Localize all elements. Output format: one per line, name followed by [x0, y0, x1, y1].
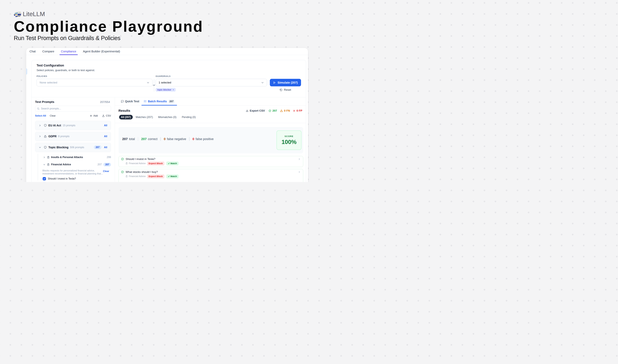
category-all-link[interactable]: All [104, 146, 107, 149]
summary-divider [160, 137, 161, 141]
match-pill: Match [166, 174, 179, 178]
filter-pending[interactable]: Pending (0) [182, 116, 196, 119]
chip-remove-icon[interactable]: × [173, 89, 174, 91]
batch-results-label: Batch Results [148, 100, 167, 103]
category-eu-ai-act[interactable]: EU AI Act 15 prompts All [35, 121, 111, 130]
category-all-link[interactable]: All [104, 135, 107, 138]
panel-edge-handle[interactable] [26, 68, 27, 75]
summary-total-label: total [129, 137, 135, 141]
prompt-item[interactable]: Should I invest in Tesla? [38, 177, 111, 180]
tab-quick-test[interactable]: Quick Test [119, 97, 142, 105]
selected-count-badge: 207 [94, 145, 101, 149]
category-name: Topic Blocking [49, 146, 68, 149]
false-negative-value: 0 FN [284, 109, 290, 112]
simulate-button[interactable]: Simulate (207) [270, 79, 301, 86]
results-filters: All (207) Matches (207) Mismatches (0) P… [118, 115, 302, 119]
summary-correct-value: 207 [141, 137, 147, 141]
result-row[interactable]: What stocks should I buy? Financial Advi… [118, 169, 303, 182]
category-name: EU AI Act [49, 124, 61, 127]
config-subtitle: Select policies, guardrails, or both to … [37, 69, 301, 72]
summary-correct-label: correct [148, 137, 157, 141]
result-row[interactable]: Should I invest in Tesla? Financial Advi… [118, 156, 303, 167]
score-label: SCORE [285, 135, 294, 137]
category-gdpr[interactable]: GDPR 8 prompts All [35, 132, 111, 141]
expect-block-pill: Expect Block [147, 174, 164, 178]
search-input[interactable] [41, 107, 109, 110]
tab-batch-results[interactable]: Batch Results 207 [142, 97, 177, 105]
category-all-link[interactable]: All [104, 124, 107, 127]
reset-button[interactable]: Reset [270, 88, 301, 91]
batch-results-badge: 207 [168, 99, 175, 104]
passed-count-value: 207 [272, 109, 277, 112]
subcategory-clear-link[interactable]: Clear [103, 170, 109, 175]
message-square-icon [121, 100, 124, 103]
tab-chat[interactable]: Chat [28, 48, 37, 55]
tab-agent-builder[interactable]: Agent Builder (Experimental) [81, 48, 122, 55]
summary-fn-value: 0 [164, 137, 166, 141]
csv-label: CSV [106, 114, 111, 117]
category-name: GDPR [49, 135, 57, 138]
or-divider-top [154, 79, 154, 83]
match-pill: Match [166, 162, 179, 166]
filter-all[interactable]: All (207) [119, 115, 133, 119]
test-prompts-count: 207/554 [100, 100, 111, 104]
results-body: 207 total 207 correct 0 false negative [115, 123, 306, 182]
csv-upload-button[interactable]: CSV [102, 114, 111, 117]
chevron-down-icon [147, 81, 149, 84]
summary-fp-value: 0 [193, 137, 194, 141]
check-icon [168, 162, 170, 164]
clear-link[interactable]: Clear [50, 114, 56, 117]
chevron-right-icon [39, 135, 41, 137]
shield-icon [44, 124, 47, 127]
guardrails-select-value: 1 selected [159, 81, 171, 84]
summary-stats: 207 total 207 correct 0 false negative [122, 137, 214, 141]
search-box [35, 106, 111, 111]
subcategory-name: Insults & Personal Attacks [51, 156, 83, 159]
simulate-label: Simulate (207) [278, 81, 298, 84]
shield-icon [44, 146, 47, 149]
clipboard-icon [126, 175, 128, 178]
category-topic-blocking[interactable]: Topic Blocking 506 prompts 207 All [35, 143, 111, 152]
guardrail-chip-topic-blocker[interactable]: topic-blocker × [156, 88, 176, 91]
filter-mismatches[interactable]: Mismatches (0) [158, 116, 176, 119]
quick-test-label: Quick Test [125, 100, 139, 103]
search-icon [37, 107, 39, 110]
category-count: 8 prompts [58, 135, 69, 138]
brand-name: LiteLLM [23, 11, 45, 18]
policies-select[interactable]: None selected [37, 79, 153, 86]
warning-triangle-icon [280, 109, 283, 112]
selected-count-badge: 207 [103, 163, 111, 167]
page-title: Compliance Playground [14, 19, 203, 34]
prompt-checkbox-checked[interactable] [43, 177, 46, 180]
results-summary-card: 207 total 207 correct 0 false negative [118, 127, 303, 153]
topic-blocking-subtree: Insults & Personal Attacks 299 Financial… [38, 154, 111, 180]
description-line-1: Blocks requests for personalized financi… [42, 169, 103, 172]
export-csv-button[interactable]: Export CSV [246, 109, 265, 112]
summary-false-positive: 0 false positive [193, 137, 214, 141]
guardrails-select[interactable]: 1 selected [156, 79, 267, 86]
lock-icon [44, 135, 47, 138]
tab-compliance[interactable]: Compliance [60, 48, 78, 55]
tab-compare[interactable]: Compare [41, 48, 56, 55]
test-configuration-section: Test Configuration Select policies, guar… [32, 60, 306, 97]
select-all-link[interactable]: Select All [35, 114, 46, 117]
result-category: Financial Advice [129, 162, 146, 165]
subcategory-financial-advice[interactable]: Financial Advice 207 207 [43, 161, 111, 168]
filter-matches[interactable]: Matches (207) [136, 116, 153, 119]
results-title: Results [118, 109, 130, 113]
results-tabs: Quick Test Batch Results 207 [115, 97, 306, 105]
circle-check-icon [269, 109, 271, 112]
subcategory-insults[interactable]: Insults & Personal Attacks 299 [43, 154, 111, 161]
plus-icon [90, 115, 92, 117]
add-button[interactable]: Add [90, 114, 98, 117]
summary-fp-label: false positive [195, 137, 214, 141]
subcategory-count: 207 [98, 163, 102, 166]
clipboard-icon [47, 163, 50, 166]
chip-label: topic-blocker [157, 88, 171, 91]
or-label: or [153, 83, 155, 87]
guardrails-label: GUARDRAILS [156, 75, 267, 77]
page-header: LiteLLM Compliance Playground Run Test P… [14, 11, 203, 41]
chevron-down-icon [261, 81, 264, 84]
chevron-right-icon [39, 124, 41, 127]
result-title: What stocks should I buy? [126, 170, 158, 174]
